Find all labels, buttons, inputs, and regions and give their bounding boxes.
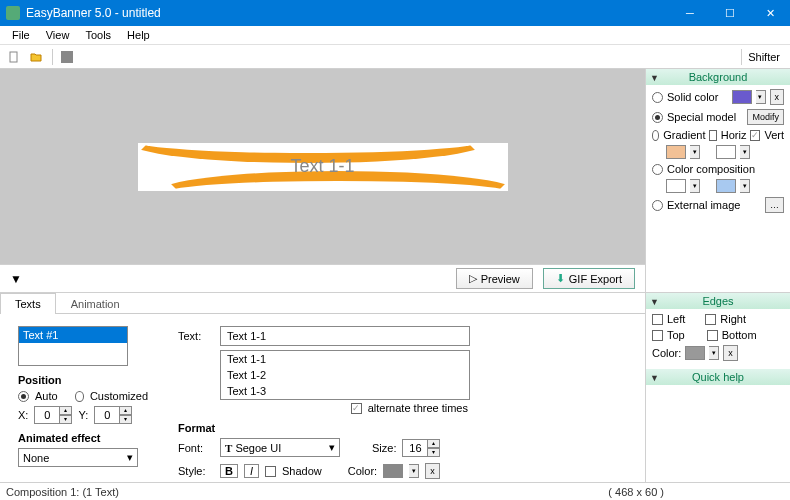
style-label: Style: — [178, 465, 214, 477]
text-lines-box[interactable]: Text 1-1 Text 1-2 Text 1-3 — [220, 350, 470, 400]
svg-rect-0 — [10, 52, 17, 62]
menu-file[interactable]: File — [4, 27, 38, 43]
format-label: Format — [178, 422, 470, 434]
close-button[interactable]: ✕ — [750, 0, 790, 26]
modify-button[interactable]: Modify — [747, 109, 784, 125]
bold-button[interactable]: B — [220, 464, 238, 478]
cc-color2-drop[interactable]: ▾ — [740, 179, 750, 193]
color-button[interactable] — [57, 47, 77, 67]
size-label: Size: — [372, 442, 396, 454]
export-icon: ⬇ — [556, 272, 565, 285]
shifter-button[interactable]: Shifter — [741, 49, 786, 65]
new-button[interactable] — [4, 47, 24, 67]
gif-export-button[interactable]: ⬇GIF Export — [543, 268, 635, 289]
cc-color1-drop[interactable]: ▾ — [690, 179, 700, 193]
colorcomp-radio[interactable] — [652, 164, 663, 175]
solid-color-radio[interactable] — [652, 92, 663, 103]
chevron-down-icon: ▾ — [127, 451, 133, 464]
text-color-clear[interactable]: x — [425, 463, 440, 479]
shadow-label: Shadow — [282, 465, 322, 477]
edge-color-swatch[interactable] — [685, 346, 705, 360]
edge-color-drop[interactable]: ▾ — [709, 346, 719, 360]
right-panel: ▼Background Solid color ▾ x Special mode… — [645, 69, 790, 292]
maximize-button[interactable]: ☐ — [710, 0, 750, 26]
edge-left-check[interactable] — [652, 314, 663, 325]
edge-color-label: Color: — [652, 347, 681, 359]
grad-color1-drop[interactable]: ▾ — [690, 145, 700, 159]
grad-color2-drop[interactable]: ▾ — [740, 145, 750, 159]
preview-button[interactable]: ▷Preview — [456, 268, 533, 289]
x-spinner[interactable]: ▴▾ — [34, 406, 72, 424]
special-model-label: Special model — [667, 111, 736, 123]
text-list[interactable]: Text #1 — [18, 326, 128, 366]
toolbar: Shifter — [0, 45, 790, 69]
menu-tools[interactable]: Tools — [77, 27, 119, 43]
open-button[interactable] — [26, 47, 46, 67]
font-select[interactable]: T Segoe UI▾ — [220, 438, 340, 457]
text-input[interactable] — [220, 326, 470, 346]
cc-color2-swatch[interactable] — [716, 179, 736, 193]
titlebar: EasyBanner 5.0 - untitled ─ ☐ ✕ — [0, 0, 790, 26]
text-line[interactable]: Text 1-2 — [221, 367, 469, 383]
menubar: File View Tools Help — [0, 26, 790, 45]
shadow-check[interactable] — [265, 466, 276, 477]
edge-color-clear[interactable]: x — [723, 345, 738, 361]
canvas-area: Text 1-1 ▼ ▷Preview ⬇GIF Export — [0, 69, 645, 292]
horiz-check[interactable] — [709, 130, 716, 141]
size-down[interactable]: ▾ — [428, 448, 440, 457]
x-up[interactable]: ▴ — [60, 406, 72, 415]
vert-check[interactable] — [750, 130, 760, 141]
list-item[interactable]: Text #1 — [19, 327, 127, 343]
text-color-drop[interactable]: ▾ — [409, 464, 419, 478]
grad-color1-swatch[interactable] — [666, 145, 686, 159]
edge-top-check[interactable] — [652, 330, 663, 341]
size-spinner[interactable]: ▴▾ — [402, 439, 440, 457]
cc-color1-swatch[interactable] — [666, 179, 686, 193]
y-up[interactable]: ▴ — [120, 406, 132, 415]
solid-color-dropdown[interactable]: ▾ — [756, 90, 766, 104]
alternate-label: alternate three times — [368, 402, 468, 414]
tab-animation[interactable]: Animation — [56, 293, 135, 314]
special-model-radio[interactable] — [652, 112, 663, 123]
alternate-check[interactable] — [351, 403, 362, 414]
text-line[interactable]: Text 1-3 — [221, 383, 469, 399]
external-image-browse[interactable]: … — [765, 197, 784, 213]
custom-radio[interactable] — [75, 391, 84, 402]
edges-panel-header[interactable]: ▼Edges — [646, 293, 790, 309]
gradient-label: Gradient — [663, 129, 705, 141]
menu-help[interactable]: Help — [119, 27, 158, 43]
font-label: Font: — [178, 442, 214, 454]
grad-color2-swatch[interactable] — [716, 145, 736, 159]
minimize-button[interactable]: ─ — [670, 0, 710, 26]
anim-effect-label: Animated effect — [18, 432, 148, 444]
italic-button[interactable]: I — [244, 464, 259, 478]
x-down[interactable]: ▾ — [60, 415, 72, 424]
size-up[interactable]: ▴ — [428, 439, 440, 448]
menu-view[interactable]: View — [38, 27, 78, 43]
text-line[interactable]: Text 1-1 — [221, 351, 469, 367]
external-image-radio[interactable] — [652, 200, 663, 211]
canvas-stage[interactable]: Text 1-1 — [0, 69, 645, 264]
edge-right-check[interactable] — [705, 314, 716, 325]
solid-color-swatch[interactable] — [732, 90, 752, 104]
background-panel-header[interactable]: ▼Background — [646, 69, 790, 85]
banner-text: Text 1-1 — [290, 156, 354, 177]
gradient-radio[interactable] — [652, 130, 659, 141]
horiz-label: Horiz — [721, 129, 747, 141]
expand-icon[interactable]: ▼ — [10, 272, 22, 286]
solid-color-clear[interactable]: x — [770, 89, 785, 105]
tab-texts[interactable]: Texts — [0, 293, 56, 314]
vert-label: Vert — [764, 129, 784, 141]
banner-preview: Text 1-1 — [138, 143, 508, 191]
anim-effect-select[interactable]: None▾ — [18, 448, 138, 467]
app-icon — [6, 6, 20, 20]
text-color-swatch[interactable] — [383, 464, 403, 478]
y-spinner[interactable]: ▴▾ — [94, 406, 132, 424]
text-label: Text: — [178, 330, 214, 342]
y-down[interactable]: ▾ — [120, 415, 132, 424]
quickhelp-panel-header[interactable]: ▼Quick help — [646, 369, 790, 385]
chevron-down-icon: ▾ — [329, 441, 335, 454]
auto-radio[interactable] — [18, 391, 29, 402]
edge-bottom-check[interactable] — [707, 330, 718, 341]
text-color-label: Color: — [348, 465, 377, 477]
